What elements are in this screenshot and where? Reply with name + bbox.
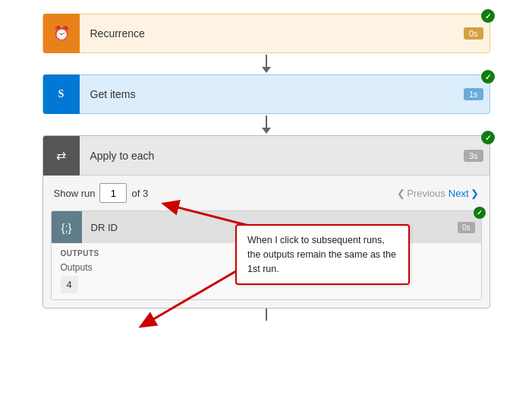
apply-each-icon-bg: ⇄ [43,136,80,176]
of-total-text: of 3 [131,188,148,199]
apply-each-label: Apply to each [80,150,464,162]
arrow-line-2 [266,115,267,128]
apply-each-time: 3s [464,150,483,162]
dr-id-icon-bg: {;} [52,211,82,243]
chevron-right-icon: ❯ [471,188,479,199]
nav-controls: ❮ Previous Next ❯ [397,188,478,199]
arrow-connector-1 [262,53,271,74]
get-items-label: Get items [80,88,464,100]
get-items-time: 1s [464,88,483,100]
show-run-bar: Show run of 3 ❮ Previous Next ❯ [43,176,490,210]
annotation-box: When I click to subsequent runs, the out… [235,224,410,285]
bottom-line [266,308,267,321]
outputs-value: 4 [61,276,78,293]
get-items-block[interactable]: S Get items 1s [42,74,490,114]
arrow-head-2 [262,128,271,134]
recurrence-time: 0s [464,27,483,40]
loop-icon: ⇄ [56,148,66,163]
clock-icon: ⏰ [53,25,70,42]
annotation-text: When I click to subsequent runs, the out… [247,235,396,274]
apply-each-header[interactable]: ⇄ Apply to each 3s [43,136,490,176]
next-button[interactable]: Next ❯ [449,188,479,199]
dr-id-label: DR ID [82,222,118,233]
get-items-success-badge [481,70,495,84]
chevron-left-icon: ❮ [397,188,405,199]
recurrence-success-badge [481,9,495,23]
show-run-label: Show run [54,188,96,199]
dr-id-time: 0s [458,222,475,233]
bottom-connector [266,308,267,325]
code-icon: {;} [61,221,71,234]
recurrence-block[interactable]: ⏰ Recurrence 0s [42,14,490,53]
arrow-head-1 [262,67,271,73]
previous-button[interactable]: ❮ Previous [397,188,445,199]
recurrence-icon-bg: ⏰ [43,14,80,53]
run-number-input[interactable] [99,183,127,203]
main-container: ⏰ Recurrence 0s S Get items 1s ⇄ Apply t… [0,0,532,405]
sharepoint-icon: S [58,88,65,100]
dr-id-success-badge [474,207,486,219]
arrow-connector-2 [262,114,271,135]
arrow-line-1 [266,55,267,67]
apply-each-success-badge [481,131,495,144]
recurrence-label: Recurrence [80,27,464,40]
get-items-icon-bg: S [43,74,80,114]
